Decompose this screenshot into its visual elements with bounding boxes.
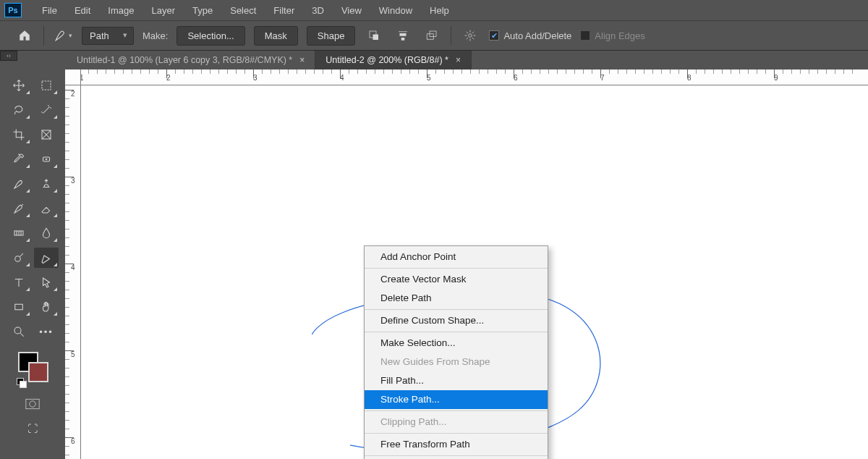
rectangle-tool-icon[interactable] <box>7 297 31 317</box>
svg-line-31 <box>20 333 24 337</box>
tool-palette: ••• ⛶ <box>0 70 65 459</box>
clone-stamp-tool-icon[interactable] <box>34 174 59 194</box>
svg-line-14 <box>467 38 468 39</box>
default-colors-icon[interactable] <box>17 378 25 387</box>
color-swatches[interactable] <box>15 352 50 384</box>
shape-button[interactable]: Shape <box>307 26 356 46</box>
move-tool-icon[interactable] <box>7 75 31 96</box>
document-tab-2[interactable]: Untitled-2 @ 200% (RGB/8#) * × <box>315 51 472 70</box>
home-icon[interactable] <box>14 25 35 46</box>
menu-3d[interactable]: 3D <box>303 2 333 19</box>
ruler-origin[interactable] <box>65 70 81 85</box>
path-operations-icon[interactable] <box>364 25 384 46</box>
menu-window[interactable]: Window <box>370 2 421 19</box>
svg-rect-32 <box>26 399 39 408</box>
ruler-tick-label: 4 <box>71 264 75 271</box>
svg-line-28 <box>20 253 24 257</box>
ctx-make-selection[interactable]: Make Selection... <box>365 332 548 353</box>
svg-point-7 <box>469 34 472 38</box>
auto-add-delete-label: Auto Add/Delete <box>503 30 571 41</box>
ctx-new-guides-from-shape: New Guides From Shape <box>365 353 548 371</box>
menu-bar: Ps File Edit Image Layer Type Select Fil… <box>0 0 868 20</box>
ctx-stroke-path[interactable]: Stroke Path... <box>365 390 548 409</box>
menu-file[interactable]: File <box>33 2 66 19</box>
ctx-add-anchor-point[interactable]: Add Anchor Point <box>365 248 548 266</box>
ruler-tick-label: 6 <box>71 437 75 445</box>
mask-button[interactable]: Mask <box>254 26 298 46</box>
document-tab-label: Untitled-2 @ 200% (RGB/8#) * <box>326 55 448 65</box>
path-arrangement-icon[interactable] <box>422 25 442 46</box>
svg-point-30 <box>14 327 21 334</box>
svg-line-15 <box>472 32 474 33</box>
close-icon[interactable]: × <box>456 55 461 65</box>
eraser-tool-icon[interactable] <box>34 198 59 219</box>
selection-button[interactable]: Selection... <box>176 26 244 46</box>
auto-add-delete-checkbox[interactable]: ✔ Auto Add/Delete <box>489 30 571 41</box>
ruler-tick-label: 3 <box>71 177 75 185</box>
menu-layer[interactable]: Layer <box>143 2 184 19</box>
mode-select[interactable]: Path <box>82 27 134 45</box>
ctx-free-transform-path[interactable]: Free Transform Path <box>365 433 548 454</box>
crop-tool-icon[interactable] <box>7 125 31 145</box>
ctx-fill-path[interactable]: Fill Path... <box>365 371 548 390</box>
dodge-tool-icon[interactable] <box>7 248 31 268</box>
frame-tool-icon[interactable] <box>34 125 59 145</box>
ruler-tick-label: 2 <box>71 90 75 98</box>
type-tool-icon[interactable] <box>7 272 31 292</box>
gradient-tool-icon[interactable] <box>7 223 31 243</box>
menu-edit[interactable]: Edit <box>66 2 99 19</box>
checkbox-empty-icon <box>580 30 590 41</box>
ctx-clipping-path: Clipping Path... <box>365 410 548 431</box>
menu-view[interactable]: View <box>333 2 370 19</box>
ctx-delete-path[interactable]: Delete Path <box>365 289 548 308</box>
menu-image[interactable]: Image <box>99 2 142 19</box>
app-logo: Ps <box>4 3 22 17</box>
ctx-create-vector-mask[interactable]: Create Vector Mask <box>365 268 548 289</box>
align-edges-checkbox: Align Edges <box>580 30 644 41</box>
svg-rect-16 <box>42 81 51 90</box>
options-bar: ▾ Path Make: Selection... Mask Shape ✔ A… <box>0 20 868 51</box>
tool-preset-icon[interactable]: ▾ <box>53 25 73 46</box>
eyedropper-tool-icon[interactable] <box>7 149 31 169</box>
checkmark-icon: ✔ <box>489 30 499 41</box>
lasso-tool-icon[interactable] <box>7 100 31 120</box>
hand-tool-icon[interactable] <box>34 297 59 317</box>
background-color[interactable] <box>28 362 48 382</box>
edit-toolbar-icon[interactable]: ••• <box>34 321 59 342</box>
menu-filter[interactable]: Filter <box>265 2 303 19</box>
make-label: Make: <box>142 30 168 41</box>
history-brush-tool-icon[interactable] <box>7 198 31 219</box>
ruler-vertical[interactable]: 2 3 4 5 6 <box>65 70 81 459</box>
path-selection-tool-icon[interactable] <box>34 272 59 292</box>
screen-mode-icon[interactable]: ⛶ <box>20 418 45 439</box>
svg-rect-4 <box>401 38 405 41</box>
mode-label: Path <box>90 30 109 41</box>
healing-tool-icon[interactable] <box>34 149 59 169</box>
svg-rect-29 <box>15 304 23 310</box>
brush-tool-icon[interactable] <box>7 174 31 194</box>
marquee-tool-icon[interactable] <box>34 75 59 96</box>
magic-wand-tool-icon[interactable] <box>34 100 59 120</box>
close-icon[interactable]: × <box>299 55 305 65</box>
quick-mask-icon[interactable] <box>20 394 45 414</box>
svg-point-33 <box>30 401 35 407</box>
svg-line-13 <box>472 38 474 39</box>
document-tab-label: Untitled-1 @ 100% (Layer 6 copy 3, RGB/8… <box>77 55 292 65</box>
menu-select[interactable]: Select <box>221 2 265 19</box>
menu-type[interactable]: Type <box>184 2 221 19</box>
svg-rect-1 <box>373 35 379 41</box>
blur-tool-icon[interactable] <box>34 223 59 243</box>
path-alignment-icon[interactable] <box>393 25 413 46</box>
ctx-define-custom-shape[interactable]: Define Custom Shape... <box>365 309 548 330</box>
menu-help[interactable]: Help <box>421 2 458 19</box>
svg-rect-3 <box>400 33 407 36</box>
ruler-horizontal[interactable]: 1 2 3 4 5 6 7 8 9 <box>65 70 868 85</box>
ruler-tick-label: 5 <box>71 350 75 358</box>
gear-icon[interactable] <box>460 25 480 46</box>
panel-collapse-icon[interactable]: ‹‹ <box>0 51 17 61</box>
zoom-tool-icon[interactable] <box>7 321 31 342</box>
document-tabs: Untitled-1 @ 100% (Layer 6 copy 3, RGB/8… <box>67 51 868 70</box>
context-menu: Add Anchor Point Create Vector Mask Dele… <box>364 245 548 459</box>
pen-tool-icon[interactable] <box>34 248 59 268</box>
document-tab-1[interactable]: Untitled-1 @ 100% (Layer 6 copy 3, RGB/8… <box>67 51 315 70</box>
